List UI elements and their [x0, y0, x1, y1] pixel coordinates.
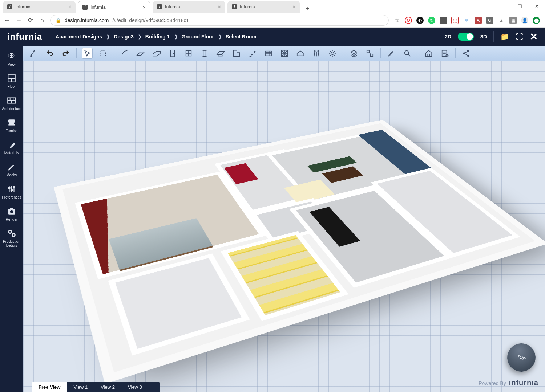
constraints-tool-icon[interactable]	[364, 48, 375, 59]
select-tool-icon[interactable]	[82, 48, 93, 59]
svg-line-48	[330, 51, 331, 52]
nav-reload-button[interactable]: ⟳	[27, 17, 34, 24]
ext-grid-icon[interactable]: ▦	[509, 17, 517, 24]
breadcrumb-item[interactable]: Apartment Designs❯	[56, 34, 112, 40]
svg-point-13	[11, 189, 12, 191]
url-field[interactable]: 🔒 design.infurnia.com/#/edit_design/9df0…	[50, 15, 389, 26]
bookmark-star-icon[interactable]: ☆	[393, 17, 400, 24]
tab-title: Infurnia	[15, 4, 65, 9]
browser-tab[interactable]: i Infurnia ×	[3, 1, 76, 13]
path-tool-icon[interactable]	[28, 48, 39, 59]
window-tool-icon[interactable]	[183, 48, 194, 59]
ext-profile-icon[interactable]: 👤	[521, 17, 528, 24]
view-mode-3d-label: 3D	[480, 34, 487, 40]
ext-snow-icon[interactable]: ❄	[463, 17, 470, 24]
rail-label: Floor	[8, 85, 16, 89]
svg-line-40	[314, 51, 315, 56]
svg-point-14	[13, 186, 15, 188]
stool-tool-icon[interactable]	[311, 48, 322, 59]
arc-tool-icon[interactable]	[119, 48, 130, 59]
window-minimize-button[interactable]: ―	[495, 0, 512, 13]
door-tool-icon[interactable]	[167, 48, 178, 59]
tab-close-icon[interactable]: ×	[143, 4, 146, 10]
svg-rect-8	[8, 124, 15, 125]
ext-green-icon[interactable]: ⬤	[533, 17, 540, 24]
rail-item-furnish[interactable]: Furnish	[1, 115, 23, 136]
design-canvas[interactable]: TOP Powered By infurnia Free View View 1…	[23, 61, 545, 392]
view-tab[interactable]: View 1	[67, 382, 94, 392]
tab-favicon: i	[7, 4, 12, 9]
slab-tool-icon[interactable]	[151, 48, 162, 59]
tile-tool-icon[interactable]	[279, 48, 290, 59]
tab-close-icon[interactable]: ×	[68, 4, 71, 10]
breadcrumb-item[interactable]: Ground Floor❯	[182, 34, 224, 40]
furniture-tool-icon[interactable]	[295, 48, 306, 59]
browser-url-bar: ← → ⟳ ⌂ 🔒 design.infurnia.com/#/edit_des…	[0, 13, 545, 28]
home-tool-icon[interactable]	[423, 48, 434, 59]
share-tool-icon[interactable]	[461, 48, 472, 59]
ext-dark-icon[interactable]: ◐	[416, 17, 424, 24]
rail-item-production[interactable]: Production Details	[1, 226, 23, 250]
rail-item-modify[interactable]: Modify	[1, 159, 23, 180]
folder-icon[interactable]: 📁	[500, 32, 509, 41]
draw-pencil-icon[interactable]	[386, 48, 397, 59]
rail-item-floor[interactable]: Floor	[1, 71, 23, 91]
ext-g-icon[interactable]: G	[486, 17, 493, 24]
wall-tool-icon[interactable]	[135, 48, 146, 59]
app-logo[interactable]: infurnia	[7, 32, 42, 42]
ext-opera-icon[interactable]: O	[405, 17, 412, 24]
window-close-button[interactable]: ✕	[528, 0, 545, 13]
view-tab[interactable]: View 3	[121, 382, 149, 392]
floor-shape-tool-icon[interactable]	[231, 48, 242, 59]
lighting-tool-icon[interactable]	[327, 48, 338, 59]
browser-tab[interactable]: i Infurnia ×	[227, 1, 300, 13]
rail-item-architecture[interactable]: Architecture	[1, 93, 23, 114]
tab-close-icon[interactable]: ×	[218, 4, 221, 10]
gears-icon	[7, 229, 16, 238]
redo-button[interactable]	[60, 48, 71, 59]
breadcrumb-item[interactable]: Select Room	[226, 34, 257, 40]
breadcrumb-item[interactable]: Building 1❯	[145, 34, 180, 40]
layers-tool-icon[interactable]	[348, 48, 359, 59]
fullscreen-icon[interactable]: ⛶	[516, 33, 523, 41]
ext-generic-icon[interactable]	[440, 17, 447, 24]
new-tab-button[interactable]: +	[302, 5, 312, 13]
stairs-tool-icon[interactable]	[247, 48, 258, 59]
column-tool-icon[interactable]	[199, 48, 210, 59]
ribbon-separator	[343, 48, 343, 58]
url-path: /#/edit_design/9df090d5d8d418c1	[112, 17, 189, 23]
app-header: infurnia Apartment Designs❯ Design3❯ Bui…	[0, 28, 545, 46]
browser-tab[interactable]: i Infurnia ×	[153, 1, 225, 13]
ext-pdf-icon[interactable]: A	[475, 17, 482, 24]
close-design-button[interactable]: ✕	[530, 31, 538, 42]
rail-item-preferences[interactable]: Preferences	[1, 181, 23, 202]
rail-item-view[interactable]: 👁View	[1, 49, 23, 69]
nav-forward-button[interactable]: →	[15, 17, 23, 24]
view-tabs: Free View View 1 View 2 View 3 +	[32, 382, 160, 392]
nav-home-button[interactable]: ⌂	[39, 17, 46, 24]
marquee-tool-icon[interactable]	[98, 48, 109, 59]
browser-tab[interactable]: i Infurnia ×	[78, 1, 150, 13]
powered-by-brand: infurnia	[509, 379, 538, 387]
ext-whatsapp-icon[interactable]: ✆	[428, 17, 435, 24]
notes-tool-icon[interactable]	[439, 48, 450, 59]
view-mode-toggle[interactable]	[458, 33, 474, 41]
svg-rect-17	[10, 208, 13, 209]
breadcrumb-item[interactable]: Design3❯	[114, 34, 144, 40]
view-tab[interactable]: Free View	[32, 382, 67, 392]
rail-item-materials[interactable]: Materials	[1, 137, 23, 158]
orientation-compass[interactable]: TOP	[507, 343, 536, 372]
magnifier-icon[interactable]	[402, 48, 413, 59]
view-tab[interactable]: View 2	[94, 382, 121, 392]
ext-square-icon[interactable]: ⬚	[451, 17, 459, 24]
rail-item-render[interactable]: Render	[1, 204, 23, 224]
roof-tool-icon[interactable]	[215, 48, 226, 59]
nav-back-button[interactable]: ←	[4, 17, 11, 24]
undo-button[interactable]	[44, 48, 55, 59]
floor-plan-3d[interactable]	[62, 123, 535, 372]
ext-drive-icon[interactable]: ▲	[498, 17, 505, 24]
window-maximize-button[interactable]: ☐	[512, 0, 528, 13]
add-view-button[interactable]: +	[149, 382, 160, 392]
tab-close-icon[interactable]: ×	[293, 4, 296, 10]
ceiling-grid-icon[interactable]	[263, 48, 274, 59]
